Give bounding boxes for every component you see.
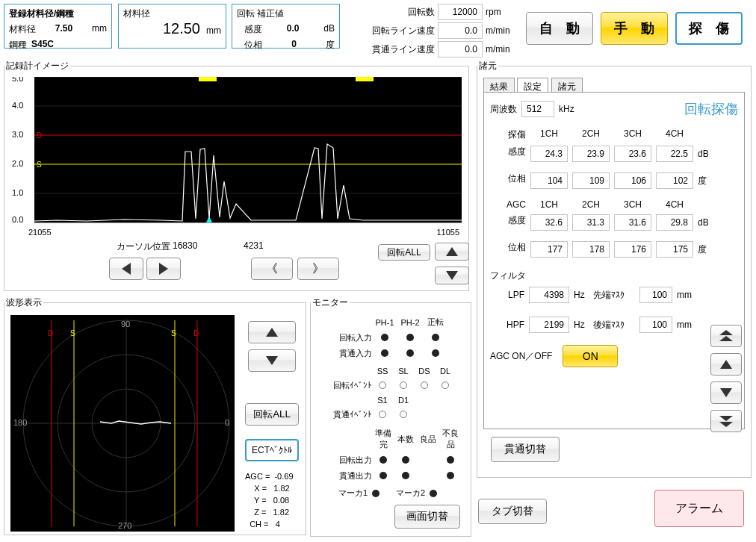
svg-text:D: D <box>48 329 53 337</box>
flaw-phase-2[interactable]: 109 <box>572 172 610 189</box>
lpf-value[interactable]: 4398 <box>529 287 569 303</box>
end-value[interactable]: 100 <box>639 317 672 333</box>
agc-sens-1[interactable]: 32.6 <box>530 214 568 231</box>
mon-ph1: PH-1 <box>372 318 397 327</box>
cursor-val: 16830 <box>173 240 197 251</box>
deg-unit: 度 <box>698 175 720 187</box>
svg-rect-15 <box>199 77 217 81</box>
agc-phase-1[interactable]: 177 <box>530 241 568 258</box>
mat-val: 12.50 <box>163 20 200 37</box>
hpf-value[interactable]: 2199 <box>529 317 569 333</box>
endmask: 後端ﾏｽｸ <box>593 319 635 331</box>
agc-phase-3[interactable]: 176 <box>614 241 651 258</box>
spec-fast-down-button[interactable] <box>710 410 742 432</box>
deg-unit2: 度 <box>698 243 720 256</box>
stat-y-label: Y = <box>254 496 267 505</box>
dot-icon <box>447 456 454 464</box>
freq-value[interactable]: 512 <box>521 101 554 117</box>
dot-icon <box>381 334 388 341</box>
agc-sens-2[interactable]: 31.3 <box>572 214 610 231</box>
mat-unit: mm <box>206 25 221 36</box>
agc-on-button[interactable]: ON <box>563 345 618 367</box>
spec-fast-up-button[interactable] <box>710 325 742 347</box>
stat-agc-label: AGC = <box>245 472 270 481</box>
auto-button[interactable]: 自 動 <box>526 12 593 45</box>
dot-hollow-icon <box>400 411 407 418</box>
tip-value[interactable]: 100 <box>639 287 672 303</box>
flaw-sens-4[interactable]: 22.5 <box>656 146 693 162</box>
recorder-chart[interactable]: 5.0 4.0 3.0 2.0 1.0 0.0 D S <box>12 77 462 226</box>
flaw-phase-4[interactable]: 102 <box>656 172 693 189</box>
tab-switch-button[interactable]: タブ切替 <box>478 499 547 524</box>
registered-title: 登録材料径/鋼種 <box>9 7 107 20</box>
thruline-value[interactable]: 0.0 <box>438 41 483 57</box>
waveform-down-button[interactable] <box>248 349 296 372</box>
agc-sens-3[interactable]: 31.6 <box>614 214 651 231</box>
agc-phase-label: 位相 <box>490 241 526 258</box>
dot-icon <box>402 456 409 464</box>
recorder-xmin: 21055 <box>28 228 52 237</box>
svg-text:S: S <box>37 161 42 169</box>
svg-marker-37 <box>719 416 733 421</box>
waveform-rotate-all-button[interactable]: 回転ALL <box>245 403 299 426</box>
svg-text:2.0: 2.0 <box>12 159 23 168</box>
waveform-up-button[interactable] <box>248 321 296 343</box>
mon-cnt: 本数 <box>394 434 417 445</box>
svg-text:4.0: 4.0 <box>12 101 23 110</box>
agc-phase-4[interactable]: 175 <box>656 241 693 258</box>
screen-switch-button[interactable]: 画面切替 <box>394 505 460 529</box>
recorder-up-button[interactable] <box>435 243 469 261</box>
db-unit2: dB <box>698 217 720 228</box>
mon-rotevt: 回転ｲﾍﾞﾝﾄ <box>318 380 372 391</box>
mon-dl: DL <box>435 367 456 376</box>
ect-vector-button[interactable]: ECTﾍﾞｸﾄﾙ <box>245 439 299 461</box>
flaw-sens-1[interactable]: 24.3 <box>530 146 568 162</box>
waveform-polar[interactable]: D D S S 90 180 270 0 <box>10 315 235 532</box>
dot-hollow-icon <box>421 381 428 389</box>
stat-x-val: 1.82 <box>273 484 289 493</box>
recorder-down-button[interactable] <box>435 267 469 284</box>
mon-rotin: 回転入力 <box>318 332 372 343</box>
dot-icon <box>447 472 454 479</box>
flaw-button[interactable]: 探 傷 <box>675 12 743 45</box>
manual-button[interactable]: 手 動 <box>601 12 668 45</box>
mon-sl: SL <box>393 367 414 376</box>
waveform-legend: 波形表示 <box>4 296 43 309</box>
rpm-label: 回転数 <box>408 6 435 19</box>
stat-x-label: X = <box>254 484 267 493</box>
svg-text:0.0: 0.0 <box>12 215 23 224</box>
mm1: mm <box>677 290 695 300</box>
flaw-phase-3[interactable]: 106 <box>614 172 651 189</box>
recorder-rotate-all-button[interactable]: 回転ALL <box>378 244 430 261</box>
corr-sens-val: 0.0 <box>287 23 300 36</box>
cursor-right-button[interactable] <box>146 258 181 280</box>
page-left-button[interactable]: 《 <box>251 258 293 280</box>
thru-switch-button[interactable]: 貫通切替 <box>491 437 560 462</box>
spec-up-button[interactable] <box>710 353 742 376</box>
triangle-up-icon <box>446 247 458 256</box>
flaw-phase-1[interactable]: 104 <box>530 172 568 189</box>
flaw-sens-3[interactable]: 23.6 <box>614 146 651 162</box>
mon-thruout: 貫通出力 <box>318 470 372 482</box>
cursor-left-button[interactable] <box>109 258 143 280</box>
corr-phase-val: 0 <box>291 39 297 52</box>
monitor-group: モニター PH-1PH-2正転 回転入力 貫通入力 SSSLDSDL 回転ｲﾍﾞ… <box>310 296 471 537</box>
svg-text:D: D <box>37 131 42 140</box>
freq-label: 周波数 <box>490 103 517 116</box>
rotline-value[interactable]: 0.0 <box>438 22 483 39</box>
alarm-button[interactable]: アラーム <box>654 490 744 527</box>
thruline-label: 貫通ライン速度 <box>372 43 435 56</box>
cursor-label: カーソル位置 <box>117 240 170 253</box>
page-right-button[interactable]: 》 <box>297 258 339 280</box>
mon-s1: S1 <box>372 396 393 405</box>
recorder-group: 記録計イメージ 5.0 4.0 3.0 2.0 1.0 0.0 D S <box>4 60 469 291</box>
reg-steel-label: 鋼種 <box>9 39 27 52</box>
agc-phase-2[interactable]: 178 <box>572 241 610 258</box>
rpm-value[interactable]: 12000 <box>438 4 483 20</box>
recorder-legend: 記録計イメージ <box>4 60 70 72</box>
waveform-group: 波形表示 D D S S 90 180 270 0 回転ALL ECTﾍﾞｸﾄﾙ… <box>4 296 306 535</box>
phase-label: 位相 <box>490 172 526 189</box>
agc-sens-4[interactable]: 29.8 <box>656 214 693 231</box>
spec-down-button[interactable] <box>710 381 742 404</box>
flaw-sens-2[interactable]: 23.9 <box>572 146 610 162</box>
